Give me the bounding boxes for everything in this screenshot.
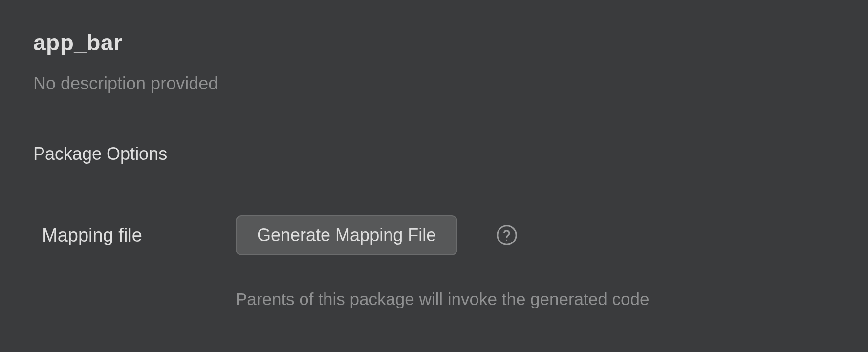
package-description: No description provided [33,73,835,94]
mapping-file-row: Mapping file Generate Mapping File [33,215,835,255]
section-header: Package Options [33,144,835,164]
mapping-file-hint: Parents of this package will invoke the … [236,289,835,309]
section-divider [182,154,835,154]
section-title: Package Options [33,144,167,164]
generate-mapping-file-button[interactable]: Generate Mapping File [236,215,457,255]
svg-point-1 [506,240,507,241]
help-icon[interactable] [496,224,518,246]
mapping-file-hint-row: Parents of this package will invoke the … [33,289,835,309]
svg-point-0 [498,226,516,244]
package-title: app_bar [33,29,835,56]
mapping-file-label: Mapping file [42,225,236,246]
